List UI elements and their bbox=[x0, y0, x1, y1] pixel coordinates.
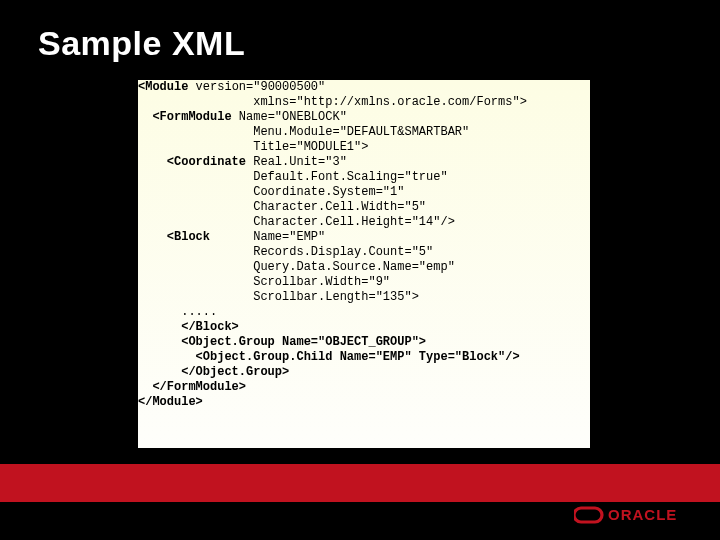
attr-coordsystem: Coordinate.System="1" bbox=[138, 185, 404, 199]
svg-rect-0 bbox=[574, 508, 602, 522]
tag-objectgroup-open: <Object.Group Name="OBJECT_GROUP"> bbox=[138, 335, 426, 349]
xml-code-block: <Module version="90000500" xmlns="http:/… bbox=[138, 80, 590, 448]
tag-module-close: </Module> bbox=[138, 395, 203, 409]
tag-block: <Block bbox=[138, 230, 210, 244]
attr-scrolllength: Scrollbar.Length="135"> bbox=[138, 290, 419, 304]
attr-realunit: Real.Unit="3" bbox=[246, 155, 347, 169]
attr-name-oneblock: Name="ONEBLOCK" bbox=[232, 110, 347, 124]
slide-title: Sample XML bbox=[0, 0, 720, 73]
slide: Sample XML <Module version="90000500" xm… bbox=[0, 0, 720, 540]
tag-formmodule-open: <FormModule bbox=[138, 110, 232, 124]
accent-bar bbox=[0, 464, 720, 502]
tag-formmodule-close: </FormModule> bbox=[138, 380, 246, 394]
attr-scrollwidth: Scrollbar.Width="9" bbox=[138, 275, 390, 289]
attr-cellheight: Character.Cell.Height="14"/> bbox=[138, 215, 455, 229]
attr-fontscaling: Default.Font.Scaling="true" bbox=[138, 170, 448, 184]
tag-objectgroup-close: </Object.Group> bbox=[138, 365, 289, 379]
attr-menumodule: Menu.Module="DEFAULT&SMARTBAR" bbox=[138, 125, 469, 139]
tag-module-open: <Module bbox=[138, 80, 188, 94]
attr-querysource: Query.Data.Source.Name="emp" bbox=[138, 260, 455, 274]
attr-version: version="90000500" bbox=[188, 80, 325, 94]
attr-cellwidth: Character.Cell.Width="5" bbox=[138, 200, 426, 214]
oracle-logo-text: ORACLE bbox=[608, 506, 677, 523]
tag-block-close: </Block> bbox=[138, 320, 239, 334]
ellipsis: ..... bbox=[138, 305, 217, 319]
oracle-logo: ORACLE bbox=[574, 506, 686, 524]
tag-coordinate: <Coordinate bbox=[138, 155, 246, 169]
tag-objectgroupchild: <Object.Group.Child Name="EMP" Type="Blo… bbox=[138, 350, 520, 364]
attr-recordscount: Records.Display.Count="5" bbox=[138, 245, 433, 259]
attr-name-emp: Name="EMP" bbox=[210, 230, 325, 244]
attr-xmlns: xmlns="http://xmlns.oracle.com/Forms"> bbox=[138, 95, 527, 109]
attr-title: Title="MODULE1"> bbox=[138, 140, 368, 154]
